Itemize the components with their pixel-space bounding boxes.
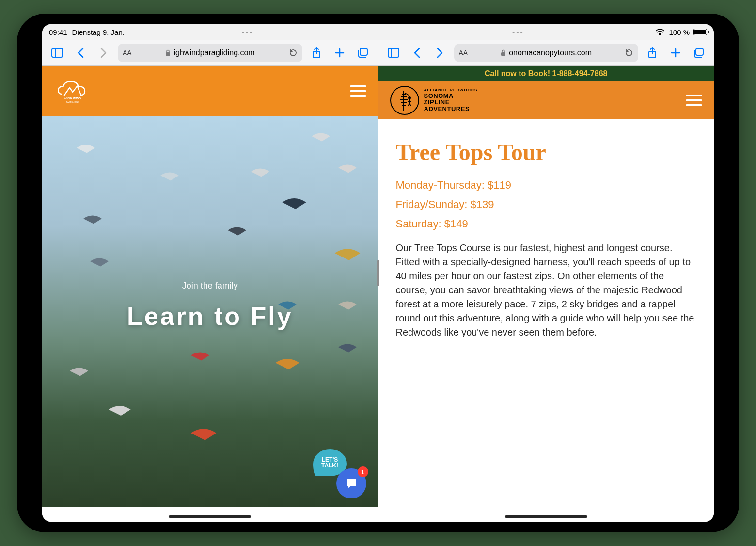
split-left-pane: 09:41 Dienstag 9. Jan. ••• AA — [42, 24, 378, 522]
svg-rect-2 — [166, 52, 170, 56]
status-time: 09:41 — [49, 28, 67, 36]
safari-toolbar-left: AA ighwindparagliding.com — [42, 40, 378, 66]
ipad-screen: 09:41 Dienstag 9. Jan. ••• AA — [42, 24, 714, 522]
promo-banner[interactable]: Call now to Book! 1-888-494-7868 — [378, 66, 714, 81]
chat-widget[interactable]: LET'S TALK! 1 — [336, 468, 366, 498]
svg-rect-0 — [52, 48, 63, 57]
site-logo-right[interactable]: ALLIANCE REDWOODS SONOMA ZIPLINE ADVENTU… — [390, 86, 478, 115]
battery-percent: 100 % — [669, 28, 690, 36]
site-logo-left[interactable]: HIGH WINDPARAGLIDING — [54, 76, 92, 107]
split-divider-handle[interactable] — [377, 260, 379, 286]
home-indicator-right[interactable] — [505, 515, 587, 518]
back-icon[interactable] — [408, 44, 426, 62]
svg-point-10 — [660, 33, 661, 35]
forward-icon — [94, 44, 113, 62]
tabs-icon[interactable] — [690, 44, 708, 62]
share-icon[interactable] — [643, 44, 662, 62]
url-text-left: ighwindparagliding.com — [173, 48, 254, 57]
battery-icon — [693, 29, 707, 35]
ipad-frame: 09:41 Dienstag 9. Jan. ••• AA — [17, 14, 739, 532]
multitasking-dots-left[interactable]: ••• — [125, 28, 371, 36]
sidebar-icon[interactable] — [48, 44, 66, 62]
new-tab-icon[interactable] — [666, 44, 685, 62]
menu-icon[interactable] — [350, 85, 366, 97]
text-size-icon[interactable]: AA — [123, 49, 132, 57]
svg-text:PARAGLIDING: PARAGLIDING — [66, 101, 79, 103]
lock-icon — [501, 49, 506, 56]
svg-rect-13 — [501, 52, 505, 56]
site-header-right: ALLIANCE REDWOODS SONOMA ZIPLINE ADVENTU… — [378, 81, 714, 119]
svg-rect-11 — [388, 48, 399, 57]
svg-rect-18 — [696, 48, 703, 55]
bottom-strip — [42, 507, 378, 522]
hero-headline: Learn to Fly — [42, 302, 378, 331]
multitasking-dots-right[interactable]: ••• — [385, 28, 652, 36]
page-content-left: HIGH WINDPARAGLIDING — [42, 66, 378, 522]
menu-icon[interactable] — [686, 95, 702, 106]
wifi-icon — [655, 29, 665, 35]
address-bar-left[interactable]: AA ighwindparagliding.com — [118, 44, 302, 62]
hero-tagline: Join the family — [42, 281, 378, 291]
logo-line3: ADVENTURES — [424, 105, 470, 112]
status-date: Dienstag 9. Jan. — [72, 28, 125, 36]
main-content: Tree Tops Tour Monday-Thursday: $119 Fri… — [378, 119, 714, 359]
lock-icon — [165, 49, 171, 56]
body-text: Our Tree Tops Course is our fastest, hig… — [396, 241, 697, 339]
split-right-pane: ••• 100 % AA onom — [378, 24, 714, 522]
svg-text:HIGH WIND: HIGH WIND — [64, 97, 81, 100]
hero-section: Join the family Learn to Fly LET'S TALK!… — [42, 116, 378, 507]
logo-mark-icon — [390, 86, 419, 115]
chat-badge: 1 — [358, 466, 368, 477]
status-bar-right: ••• 100 % — [378, 24, 714, 40]
page-title: Tree Tops Tour — [396, 139, 697, 165]
url-text-right: onomacanopytours.com — [509, 48, 592, 57]
share-icon[interactable] — [307, 44, 326, 62]
reload-icon[interactable] — [625, 48, 633, 57]
chat-bubble-icon[interactable]: 1 — [336, 468, 366, 498]
pricing-block: Monday-Thursday: $119 Friday/Sunday: $13… — [396, 179, 697, 230]
home-indicator-left[interactable] — [169, 515, 251, 518]
svg-rect-7 — [360, 48, 367, 55]
safari-toolbar-right: AA onomacanopytours.com — [378, 40, 714, 66]
sidebar-icon[interactable] — [384, 44, 403, 62]
new-tab-icon[interactable] — [331, 44, 349, 62]
text-size-icon[interactable]: AA — [459, 49, 468, 57]
status-bar-left: 09:41 Dienstag 9. Jan. ••• — [42, 24, 378, 40]
reload-icon[interactable] — [289, 48, 298, 57]
back-icon[interactable] — [71, 44, 90, 62]
price-fri-sun: Friday/Sunday: $139 — [396, 198, 697, 211]
price-mon-thu: Monday-Thursday: $119 — [396, 179, 697, 192]
price-sat: Saturday: $149 — [396, 218, 697, 230]
site-header-left: HIGH WINDPARAGLIDING — [42, 66, 378, 116]
page-content-right: Call now to Book! 1-888-494-7868 ALLIANC… — [378, 66, 714, 522]
forward-icon[interactable] — [431, 44, 449, 62]
tabs-icon[interactable] — [354, 44, 372, 62]
address-bar-right[interactable]: AA onomacanopytours.com — [454, 44, 639, 62]
